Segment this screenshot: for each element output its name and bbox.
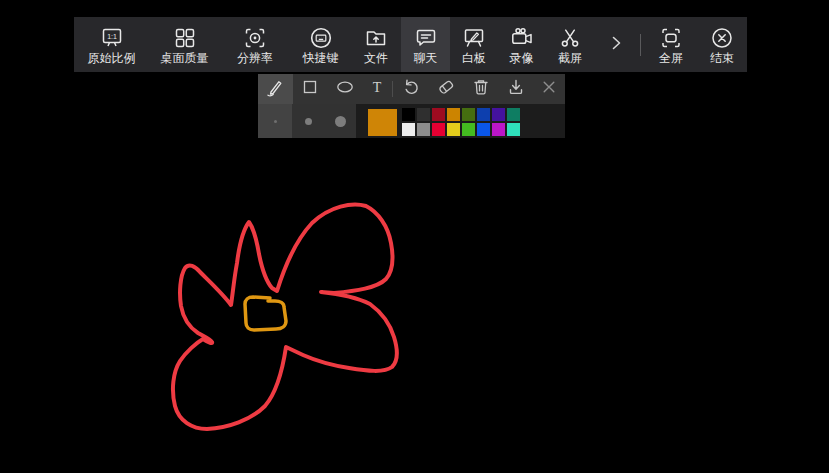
color-swatch[interactable] [402,108,415,121]
color-swatch[interactable] [432,108,445,121]
main-toolbar: 1:1 原始比例 桌面质量 [74,17,747,72]
large-dot-icon [335,116,346,127]
delete-drawing-button[interactable] [463,74,498,104]
toolbar-label: 结束 [710,52,734,65]
toolbar-label: 录像 [510,52,534,65]
draw-tools-row: T [258,74,565,104]
color-swatch[interactable] [492,108,505,121]
close-icon [538,76,560,102]
color-swatch[interactable] [477,123,490,136]
shortcut-keys-icon [308,25,334,51]
trash-icon [470,76,492,102]
toolbar-label: 原始比例 [88,52,136,65]
svg-text:T: T [372,80,381,95]
remote-desktop-screen: 1:1 原始比例 桌面质量 [0,0,829,473]
color-swatch[interactable] [507,108,520,121]
chevron-right-icon [605,32,627,58]
color-swatch[interactable] [462,123,475,136]
color-palette [402,108,520,136]
draw-toolbar-divider [392,81,393,97]
undo-icon [400,76,422,102]
toolbar-item-desktop-quality[interactable]: 桌面质量 [149,17,220,72]
rectangle-icon [299,76,321,102]
toolbar-label: 分辨率 [237,52,273,65]
medium-dot-icon [305,118,312,125]
toolbar-item-chat[interactable]: 聊天 [401,17,450,72]
screen-record-icon [509,25,535,51]
brush-size-medium-button[interactable] [292,104,324,138]
flower-center-drawing [245,297,286,330]
color-swatch[interactable] [447,108,460,121]
ratio-1-1-icon: 1:1 [99,25,125,51]
toolbar-label: 快捷键 [303,52,339,65]
color-swatch[interactable] [492,123,505,136]
rectangle-tool-button[interactable] [293,74,328,104]
screenshot-icon [557,25,583,51]
annotation-toolbar: T [258,74,565,138]
toolbar-label: 聊天 [414,52,438,65]
toolbar-label: 白板 [462,52,486,65]
color-swatch[interactable] [462,108,475,121]
close-draw-toolbar-button[interactable] [533,74,565,104]
text-tool-button[interactable]: T [363,74,391,104]
toolbar-item-screenshot[interactable]: 截屏 [545,17,595,72]
color-swatch[interactable] [402,123,415,136]
toolbar-label: 截屏 [558,52,582,65]
color-swatch[interactable] [507,123,520,136]
toolbar-item-files[interactable]: 文件 [351,17,401,72]
toolbar-item-shortcut-keys[interactable]: 快捷键 [290,17,351,72]
file-transfer-icon [363,25,389,51]
color-swatch[interactable] [477,108,490,121]
pencil-icon [264,76,286,102]
undo-button[interactable] [394,74,429,104]
brush-size-small-button[interactable] [258,104,292,138]
brush-and-color-row [258,104,565,138]
color-picker-area [356,104,565,138]
toolbar-label: 文件 [364,52,388,65]
desktop-quality-icon [172,25,198,51]
resolution-icon [242,25,268,51]
ellipse-icon [334,76,356,102]
whiteboard-icon [461,25,487,51]
color-swatch[interactable] [447,123,460,136]
svg-text:1:1: 1:1 [107,32,117,39]
end-session-button[interactable]: 结束 [697,17,747,72]
color-swatch[interactable] [417,123,430,136]
save-drawing-button[interactable] [498,74,533,104]
toolbar-item-record[interactable]: 录像 [498,17,545,72]
toolbar-item-whiteboard[interactable]: 白板 [450,17,498,72]
toolbar-more-button[interactable] [595,17,636,72]
eraser-icon [435,76,457,102]
toolbar-item-original-ratio[interactable]: 1:1 原始比例 [74,17,149,72]
ellipse-tool-button[interactable] [328,74,363,104]
toolbar-label: 全屏 [659,52,683,65]
brush-size-large-button[interactable] [324,104,356,138]
text-tool-icon: T [366,76,388,102]
toolbar-label: 桌面质量 [161,52,209,65]
toolbar-divider [640,34,641,56]
download-icon [505,76,527,102]
color-swatch[interactable] [417,108,430,121]
eraser-button[interactable] [428,74,463,104]
fullscreen-icon [658,25,684,51]
current-color-swatch [368,109,397,136]
color-swatch[interactable] [432,123,445,136]
pencil-tool-button[interactable] [258,74,293,104]
toolbar-item-resolution[interactable]: 分辨率 [220,17,290,72]
close-circle-icon [709,25,735,51]
fullscreen-button[interactable]: 全屏 [645,17,697,72]
chat-icon [413,25,439,51]
small-dot-icon [274,120,277,123]
